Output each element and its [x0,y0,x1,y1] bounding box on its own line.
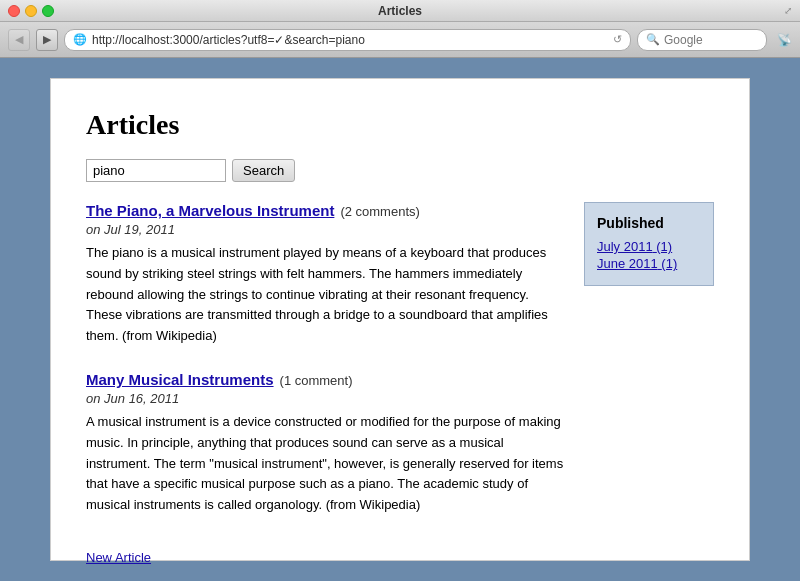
article-2-date: on Jun 16, 2011 [86,391,564,406]
address-bar-container: 🌐 ↺ [64,29,631,51]
article-2-comments: (1 comment) [280,373,353,388]
globe-icon: 🌐 [73,33,87,46]
back-icon: ◀ [15,33,23,46]
article-2-meta-line: Many Musical Instruments (1 comment) [86,371,564,388]
sidebar-heading: Published [597,215,701,231]
content-area: The Piano, a Marvelous Instrument (2 com… [86,202,714,565]
article-item: The Piano, a Marvelous Instrument (2 com… [86,202,564,347]
forward-icon: ▶ [43,33,51,46]
search-form: Search [86,159,714,182]
page-title: Articles [86,109,714,141]
browser-search-input[interactable] [664,33,744,47]
minimize-button[interactable] [25,5,37,17]
article-1-comments: (2 comments) [340,204,419,219]
rss-icon[interactable]: 📡 [777,33,792,47]
article-2-body: A musical instrument is a device constru… [86,412,564,516]
sidebar-june-count: (1) [661,256,677,271]
search-button[interactable]: Search [232,159,295,182]
sidebar-june-label: June 2011 [597,256,658,271]
sidebar: Published July 2011 (1) June 2011 (1) [584,202,714,565]
article-item: Many Musical Instruments (1 comment) on … [86,371,564,516]
reload-icon[interactable]: ↺ [613,33,622,46]
window-title: Articles [378,4,422,18]
close-button[interactable] [8,5,20,17]
address-input[interactable] [92,33,608,47]
toolbar: ◀ ▶ 🌐 ↺ 🔍 📡 [0,22,800,58]
fullscreen-button[interactable] [42,5,54,17]
sidebar-july-count: (1) [656,239,672,254]
titlebar: Articles ⤢ [0,0,800,22]
back-button[interactable]: ◀ [8,29,30,51]
article-2-title[interactable]: Many Musical Instruments [86,371,274,388]
traffic-lights [8,5,54,17]
sidebar-box: Published July 2011 (1) June 2011 (1) [584,202,714,286]
article-1-title[interactable]: The Piano, a Marvelous Instrument [86,202,334,219]
articles-list: The Piano, a Marvelous Instrument (2 com… [86,202,564,565]
article-1-body: The piano is a musical instrument played… [86,243,564,347]
browser-search-icon: 🔍 [646,33,660,46]
browser-search-container: 🔍 [637,29,767,51]
sidebar-link-june[interactable]: June 2011 (1) [597,256,701,271]
article-1-date: on Jul 19, 2011 [86,222,564,237]
resize-icon: ⤢ [784,5,792,16]
sidebar-link-july[interactable]: July 2011 (1) [597,239,701,254]
article-1-meta-line: The Piano, a Marvelous Instrument (2 com… [86,202,564,219]
new-article-link[interactable]: New Article [86,550,151,565]
page-container: Articles Search The Piano, a Marvelous I… [50,78,750,561]
article-search-input[interactable] [86,159,226,182]
forward-button[interactable]: ▶ [36,29,58,51]
browser-content: Articles Search The Piano, a Marvelous I… [0,58,800,581]
sidebar-july-label: July 2011 [597,239,653,254]
